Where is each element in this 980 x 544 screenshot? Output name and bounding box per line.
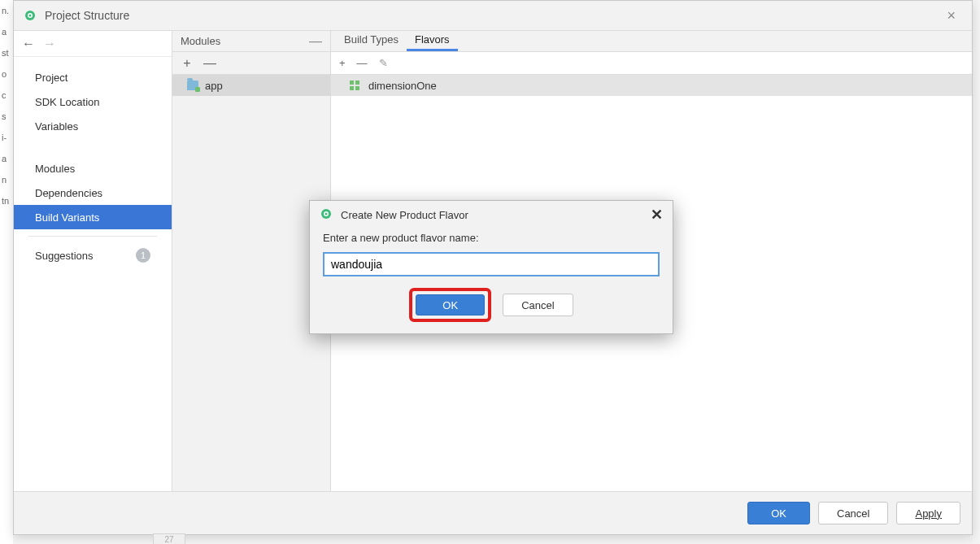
flavor-row-dimension-one[interactable]: dimensionOne (331, 75, 972, 96)
editor-code-line: keyPassword keystoreProperties['keyPassw… (342, 533, 664, 544)
sidebar-item-project[interactable]: Project (14, 65, 172, 89)
sidebar-label: Dependencies (35, 187, 102, 199)
svg-point-2 (29, 15, 32, 17)
cancel-button[interactable]: Cancel (818, 502, 888, 524)
svg-rect-6 (355, 86, 359, 90)
sidebar-item-dependencies[interactable]: Dependencies (14, 181, 172, 205)
ok-highlight-annotation: OK (409, 288, 491, 322)
back-arrow-icon[interactable]: ← (22, 37, 35, 51)
modules-column: Modules — + — app (172, 31, 331, 491)
dimension-icon (349, 80, 360, 91)
flavor-name: dimensionOne (368, 80, 437, 92)
tab-label: Build Types (344, 33, 399, 46)
dialog-close-icon[interactable]: ✕ (651, 206, 663, 224)
tab-label: Flavors (415, 33, 450, 46)
svg-point-9 (325, 212, 328, 215)
sidebar-separator (28, 236, 157, 237)
module-name: app (205, 80, 223, 92)
sidebar-item-variables[interactable]: Variables (14, 114, 172, 138)
tab-strip: Build Types Flavors (331, 31, 972, 52)
nav-arrows: ← → (14, 31, 172, 57)
add-flavor-icon[interactable]: + (339, 57, 346, 69)
dialog-buttons: OK Cancel (323, 288, 660, 322)
flavors-toolbar: + — ✎ (331, 52, 972, 75)
dialog-titlebar: Create New Product Flavor ✕ (310, 201, 673, 228)
flavor-name-input[interactable] (323, 252, 660, 276)
dialog-app-icon (320, 207, 333, 223)
sidebar-item-modules[interactable]: Modules (14, 156, 172, 181)
ok-button[interactable]: OK (747, 502, 810, 524)
footer: OK Cancel Apply (14, 492, 972, 534)
sidebar: ← → Project SDK Location Variables Modul… (14, 31, 172, 491)
sidebar-label: Suggestions (35, 250, 94, 262)
module-row-app[interactable]: app (172, 75, 330, 96)
module-folder-icon (187, 81, 198, 90)
sidebar-label: Modules (35, 163, 75, 175)
svg-rect-4 (355, 81, 359, 85)
app-icon (24, 9, 37, 22)
sidebar-item-suggestions[interactable]: Suggestions 1 (14, 243, 172, 268)
sidebar-label: Project (35, 72, 68, 84)
close-icon[interactable]: × (940, 4, 962, 28)
tab-build-types[interactable]: Build Types (336, 30, 407, 51)
modules-toolbar: + — (172, 52, 330, 75)
remove-flavor-icon[interactable]: — (357, 57, 368, 69)
remove-module-icon[interactable]: — (203, 56, 216, 71)
titlebar: Project Structure × (14, 1, 972, 30)
dialog-label: Enter a new product flavor name: (323, 232, 660, 244)
tab-flavors[interactable]: Flavors (407, 30, 458, 51)
window-title: Project Structure (45, 9, 129, 22)
dialog-body: Enter a new product flavor name: OK Canc… (310, 228, 673, 333)
svg-rect-5 (350, 86, 354, 90)
sidebar-label: SDK Location (35, 96, 100, 108)
svg-rect-3 (350, 81, 354, 85)
sidebar-item-build-variants[interactable]: Build Variants (14, 205, 172, 229)
forward-arrow-icon[interactable]: → (43, 37, 56, 51)
sidebar-item-sdk-location[interactable]: SDK Location (14, 89, 172, 114)
dialog-title: Create New Product Flavor (341, 209, 468, 221)
dialog-cancel-button[interactable]: Cancel (503, 294, 573, 316)
minimize-icon[interactable]: — (309, 34, 322, 49)
editor-left-gutter: n.astocsi-antn (0, 0, 13, 544)
dialog-ok-button[interactable]: OK (416, 294, 485, 316)
sidebar-label: Build Variants (35, 211, 99, 224)
create-flavor-dialog: Create New Product Flavor ✕ Enter a new … (309, 200, 673, 334)
editor-gutter-number: 27 (153, 533, 185, 544)
suggestions-badge: 1 (136, 248, 150, 263)
apply-button[interactable]: Apply (896, 502, 960, 524)
modules-header-label: Modules (181, 35, 220, 47)
sidebar-label: Variables (35, 120, 78, 133)
edit-flavor-icon[interactable]: ✎ (379, 57, 388, 69)
modules-header: Modules — (172, 31, 330, 52)
add-module-icon[interactable]: + (181, 56, 194, 71)
